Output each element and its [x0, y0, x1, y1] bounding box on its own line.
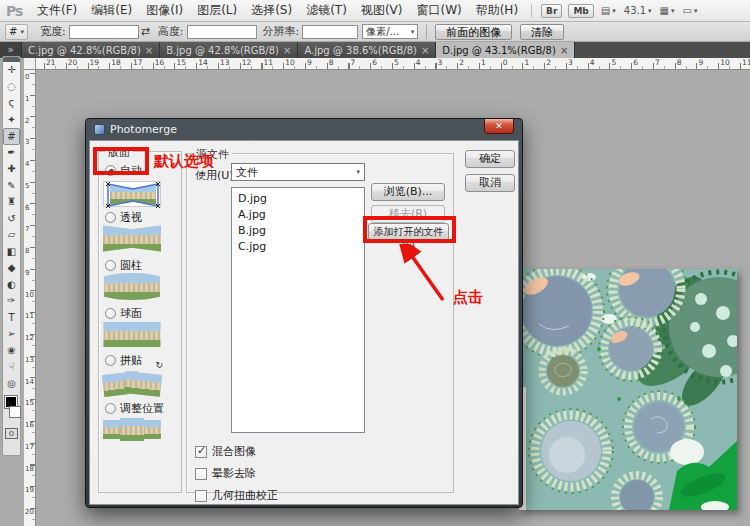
ok-button[interactable]: 确定 [465, 150, 515, 168]
tool-clone-stamp[interactable]: ♜ [3, 194, 20, 211]
tool-eraser[interactable]: ▱ [3, 227, 20, 244]
tab-close-icon[interactable]: × [283, 45, 291, 56]
view-extras-button[interactable]: ▤▾ [601, 5, 616, 16]
chevron-down-icon: ▾ [694, 7, 698, 15]
tab-c-jpg[interactable]: C.jpg @ 42.8%(RGB/8)× [22, 42, 160, 58]
tool-icon: ◧ [7, 246, 16, 257]
tool-marquee[interactable]: ◌ [3, 79, 20, 96]
zoom-level-control[interactable]: 43.1▾ [624, 5, 652, 16]
source-file-item[interactable]: D.jpg [232, 191, 364, 207]
ruler-number: 4 [414, 58, 436, 67]
checkbox-vignette-removal[interactable]: ✓ 晕影去除 [195, 466, 256, 481]
crop-tool-preset-button[interactable]: #▾ [5, 24, 28, 40]
use-select[interactable]: 文件 ▾ [231, 163, 365, 181]
width-input[interactable] [69, 25, 139, 39]
menu-filter[interactable]: 滤镜(T) [299, 0, 354, 21]
ruler-number: 14 [24, 378, 34, 400]
tool-blur[interactable]: ◆ [3, 260, 20, 277]
radio-collage[interactable]: 拼贴 [105, 353, 142, 368]
front-image-button[interactable]: 前面的图像 [435, 24, 512, 40]
tool-move[interactable]: ✛ [3, 62, 20, 79]
tool-icon: T [8, 312, 14, 323]
resolution-unit-select[interactable]: 像素/...▾ [362, 24, 418, 39]
layout-group: 版面 自动 透视 [98, 151, 182, 493]
mini-bridge-button[interactable]: Mb [568, 4, 593, 18]
radio-reposition[interactable]: 调整位置 [105, 401, 164, 416]
radio-spherical[interactable]: 球面 [105, 306, 142, 321]
tool-eyedropper[interactable]: ✒ [3, 145, 20, 162]
tool-type[interactable]: T [3, 310, 20, 327]
radio-label: 调整位置 [120, 401, 164, 416]
background-color-swatch[interactable] [9, 406, 21, 418]
ruler-number: 21 [44, 58, 66, 67]
ruler-number: 16 [24, 421, 34, 443]
checkbox-geometric-distortion[interactable]: ✓ 几何扭曲校正 [195, 488, 278, 503]
screen-mode-button[interactable]: ▭▾ [683, 5, 698, 16]
tool-options-bar: #▾ 宽度: ⇄ 高度: 分辨率: 像素/...▾ 前面的图像 清除 [0, 22, 750, 42]
tab-close-icon[interactable]: × [560, 45, 568, 56]
dialog-close-button[interactable]: ✕ [484, 119, 514, 134]
tool-icon: ♜ [7, 196, 16, 207]
divider [426, 24, 427, 39]
ruler-number: 11 [740, 58, 750, 67]
menu-help[interactable]: 帮助(H) [469, 0, 525, 21]
tool-crop[interactable]: # [3, 128, 20, 145]
source-file-item[interactable]: A.jpg [232, 207, 364, 223]
tool-brush[interactable]: ✎ [3, 178, 20, 195]
chevron-down-icon: ▾ [356, 168, 360, 176]
checkbox-blend-images[interactable]: ✓ 混合图像 [195, 444, 256, 459]
ps-logo: Ps [0, 3, 30, 19]
tab-close-icon[interactable]: × [421, 45, 429, 56]
source-file-item[interactable]: B.jpg [232, 223, 364, 239]
tool-gradient[interactable]: ◧ [3, 244, 20, 261]
clear-button[interactable]: 清除 [520, 24, 564, 40]
tool-path-selection[interactable]: ➢ [3, 326, 20, 343]
menu-image[interactable]: 图像(I) [139, 0, 190, 21]
tab-d-jpg[interactable]: D.jpg @ 43.1%(RGB/8)× [436, 42, 575, 58]
radio-label: 圆柱 [120, 258, 142, 273]
menu-window[interactable]: 窗口(W) [409, 0, 468, 21]
menu-edit[interactable]: 编辑(E) [84, 0, 139, 21]
chevron-down-icon: ▾ [411, 28, 415, 36]
bridge-button[interactable]: Br [541, 4, 562, 18]
tool-hand[interactable]: ☟ [3, 359, 20, 376]
tab-b-jpg[interactable]: B.jpg @ 42.8%(RGB/8)× [160, 42, 298, 58]
tool-icon: ✎ [7, 180, 15, 191]
tab-a-jpg[interactable]: A.jpg @ 38.6%(RGB/8)× [298, 42, 436, 58]
document-canvas[interactable] [519, 269, 737, 510]
radio-perspective[interactable]: 透视 [105, 210, 142, 225]
ruler-number: 12 [24, 334, 34, 356]
menu-view[interactable]: 视图(V) [354, 0, 410, 21]
tool-healing-brush[interactable]: ✚ [3, 161, 20, 178]
vertical-ruler: 01234567891011121314151617181920 [24, 70, 36, 526]
menu-layer[interactable]: 图层(L) [190, 0, 244, 21]
height-input[interactable] [187, 25, 257, 39]
resolution-input[interactable] [302, 25, 358, 39]
source-file-item[interactable]: C.jpg [232, 239, 364, 255]
browse-button[interactable]: 浏览(B)... [371, 183, 445, 201]
tool-icon: ✒ [7, 147, 15, 158]
source-file-list[interactable]: D.jpg A.jpg B.jpg C.jpg [231, 187, 365, 433]
arrange-documents-button[interactable]: ▦▾ [660, 5, 675, 16]
quick-mask-button[interactable] [5, 428, 18, 439]
menu-bar: Ps 文件(F) 编辑(E) 图像(I) 图层(L) 选择(S) 滤镜(T) 视… [0, 0, 750, 22]
tool-icon: ↺ [7, 213, 15, 224]
tool-pen[interactable]: ✑ [3, 293, 20, 310]
dialog-body: 版面 自动 透视 [89, 140, 519, 505]
tool-history-brush[interactable]: ↺ [3, 211, 20, 228]
dialog-title-bar[interactable]: Photomerge [86, 119, 522, 139]
tool-quick-selection[interactable]: ✦ [3, 112, 20, 129]
swap-dimensions-icon[interactable]: ⇄ [141, 25, 150, 38]
ruler-number: 12 [240, 58, 262, 67]
tool-lasso[interactable]: ς [3, 95, 20, 112]
radio-icon [105, 403, 116, 414]
menu-file[interactable]: 文件(F) [30, 0, 84, 21]
cancel-button[interactable]: 取消 [465, 174, 515, 192]
tool-custom-shape[interactable]: ❀ [3, 343, 20, 360]
menu-select[interactable]: 选择(S) [244, 0, 299, 21]
radio-cylindrical[interactable]: 圆柱 [105, 258, 142, 273]
ruler-number: 8 [24, 247, 34, 269]
tab-close-icon[interactable]: × [145, 45, 153, 56]
tool-dodge[interactable]: ◐ [3, 277, 20, 294]
tool-zoom[interactable]: ◎ [3, 376, 20, 393]
